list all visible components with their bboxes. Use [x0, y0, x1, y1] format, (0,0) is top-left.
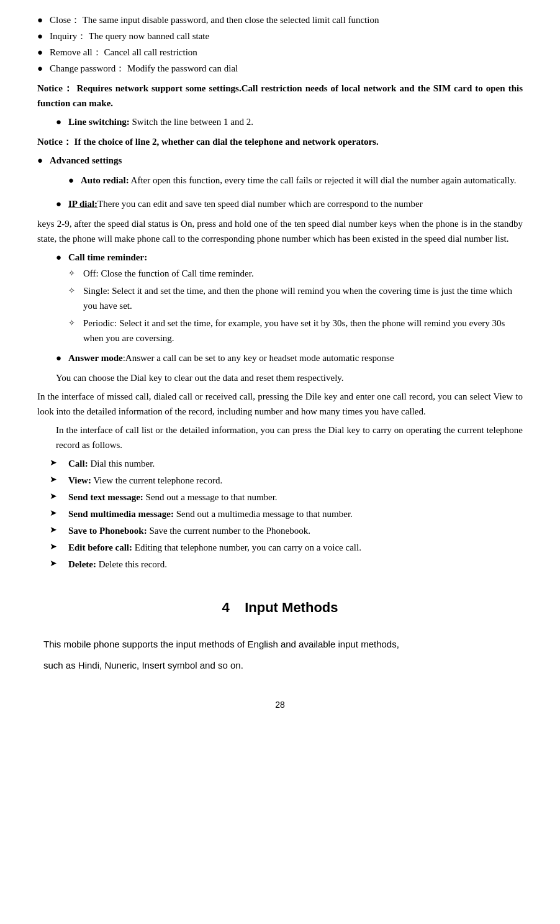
notice-2: Notice： If the choice of line 2, whether…	[37, 134, 523, 149]
para-dial-key1: You can choose the Dial key to clear out…	[56, 370, 523, 385]
arrow-view-bold: View:	[68, 475, 91, 485]
bullet-dot-change: ●	[37, 61, 46, 76]
bullet-auto-redial: ● Auto redial: After open this function,…	[68, 173, 523, 188]
bullet-auto-text: Auto redial: After open this function, e…	[81, 173, 523, 188]
arrow-send-multi-content: Send multimedia message: Send out a mult…	[68, 506, 353, 521]
auto-redial-bold: Auto redial:	[81, 175, 129, 185]
bullet-dot-inquiry: ●	[37, 29, 46, 43]
bullet-remove: ● Remove all： Cancel all call restrictio…	[37, 45, 523, 60]
bullet-advanced: ● Advanced settings	[37, 153, 523, 168]
bullet-answer-mode: ● Answer mode:Answer a call can be set t…	[56, 350, 523, 365]
diamond-single-text: Single: Select it and set the time, and …	[83, 283, 523, 313]
bullet-dot-answer: ●	[56, 350, 65, 365]
para-dial-key3: In the interface of call list or the det…	[56, 423, 523, 452]
arrow-view-rest: View the current telephone record.	[91, 475, 222, 485]
chapter-title: Input Methods	[245, 600, 338, 615]
arrow-save: ➤ Save to Phonebook: Save the current nu…	[50, 523, 523, 538]
arrow-edit-bold: Edit before call:	[68, 542, 132, 552]
bullet-dot-close: ●	[37, 12, 46, 27]
arrow-delete-icon: ➤	[50, 557, 62, 570]
ip-dial-label: IP dial:	[68, 199, 97, 209]
arrow-edit: ➤ Edit before call: Editing that telepho…	[50, 540, 523, 555]
arrow-send-multi-bold: Send multimedia message:	[68, 509, 174, 519]
diamond-off-text: Off: Close the function of Call time rem…	[83, 266, 254, 281]
diamond-off-icon: ✧	[68, 267, 78, 280]
diamond-off: ✧ Off: Close the function of Call time r…	[68, 266, 523, 281]
auto-redial-rest: After open this function, every time the…	[129, 175, 517, 185]
para-dial-key2: In the interface of missed call, dialed …	[37, 389, 523, 419]
bullet-inquiry-text: Inquiry： The query now banned call state	[50, 29, 523, 43]
arrow-send-multi: ➤ Send multimedia message: Send out a mu…	[50, 506, 523, 521]
bullet-dot-ip: ●	[56, 196, 65, 211]
bullet-advanced-text: Advanced settings	[50, 153, 523, 168]
bullet-ip-text: IP dial:There you can edit and save ten …	[68, 196, 523, 211]
bullet-line-text: Line switching: Switch the line between …	[68, 114, 523, 129]
bullet-close: ● Close： The same input disable password…	[37, 12, 523, 27]
diamond-periodic: ✧ Periodic: Select it and set the time, …	[68, 316, 523, 345]
arrow-send-text: ➤ Send text message: Send out a message …	[50, 490, 523, 505]
chapter-heading: 4 Input Methods	[37, 597, 523, 618]
arrow-edit-rest: Editing that telephone number, you can c…	[132, 542, 361, 552]
bullet-remove-text: Remove all： Cancel all call restriction	[50, 45, 523, 60]
arrow-call-icon: ➤	[50, 456, 62, 470]
ip-dial-rest: There you can edit and save ten speed di…	[97, 199, 423, 209]
bullet-dot-auto: ●	[68, 173, 77, 188]
arrow-call-bold: Call:	[68, 459, 88, 469]
arrow-delete-bold: Delete:	[68, 559, 96, 569]
bullet-line-switching: ● Line switching: Switch the line betwee…	[56, 114, 523, 129]
chapter-intro2: such as Hindi, Nuneric, Insert symbol an…	[43, 658, 523, 673]
arrow-view-icon: ➤	[50, 473, 62, 487]
arrow-save-bold: Save to Phonebook:	[68, 526, 147, 536]
diamond-periodic-icon: ✧	[68, 317, 78, 330]
bullet-close-text: Close： The same input disable password, …	[50, 12, 523, 27]
chapter-number: 4	[222, 600, 229, 615]
bullet-call-time: ● Call time reminder:	[56, 250, 523, 265]
arrow-save-icon: ➤	[50, 523, 62, 537]
bullet-dot-call-time: ●	[56, 250, 65, 265]
arrow-delete: ➤ Delete: Delete this record.	[50, 557, 523, 572]
arrow-call-rest: Dial this number.	[88, 459, 155, 469]
arrow-view: ➤ View: View the current telephone recor…	[50, 473, 523, 488]
arrow-send-text-icon: ➤	[50, 490, 62, 503]
notice-1-label: Notice：	[37, 83, 76, 93]
arrow-edit-content: Edit before call: Editing that telephone…	[68, 540, 361, 555]
line-switching-rest: Switch the line between 1 and 2.	[130, 117, 253, 127]
arrow-call: ➤ Call: Dial this number.	[50, 456, 523, 471]
arrow-call-text: Call: Dial this number.	[68, 456, 155, 471]
arrow-save-content: Save to Phonebook: Save the current numb…	[68, 523, 310, 538]
arrow-delete-rest: Delete this record.	[96, 559, 167, 569]
chapter-intro1: This mobile phone supports the input met…	[43, 637, 523, 652]
diamond-single: ✧ Single: Select it and set the time, an…	[68, 283, 523, 313]
line-switching-bold: Line switching:	[68, 117, 130, 127]
notice-1-text: Requires network support some settings.C…	[37, 83, 523, 108]
notice-2-label: Notice：	[37, 137, 72, 147]
arrow-send-multi-icon: ➤	[50, 506, 62, 520]
answer-mode-bold: Answer mode	[68, 353, 123, 363]
bullet-ip-dial: ● IP dial:There you can edit and save te…	[56, 196, 523, 211]
bullet-change-text: Change password： Modify the password can…	[50, 61, 523, 76]
arrow-view-text: View: View the current telephone record.	[68, 473, 222, 488]
bullet-inquiry: ● Inquiry： The query now banned call sta…	[37, 29, 523, 43]
arrow-edit-icon: ➤	[50, 540, 62, 554]
notice-2-text: If the choice of line 2, whether can dia…	[72, 137, 379, 147]
ip-dial-para2: keys 2-9, after the speed dial status is…	[37, 216, 523, 246]
diamond-single-icon: ✧	[68, 285, 78, 298]
bullet-dot-line: ●	[56, 114, 65, 129]
bullet-answer-text: Answer mode:Answer a call can be set to …	[68, 350, 523, 365]
bullet-change: ● Change password： Modify the password c…	[37, 61, 523, 76]
bullet-dot-advanced: ●	[37, 153, 46, 168]
arrow-send-multi-rest: Send out a multimedia message to that nu…	[174, 509, 353, 519]
arrow-send-text-content: Send text message: Send out a message to…	[68, 490, 278, 505]
page-number: 28	[37, 698, 523, 711]
arrow-delete-content: Delete: Delete this record.	[68, 557, 167, 572]
arrow-send-text-bold: Send text message:	[68, 492, 143, 502]
bullet-call-time-text: Call time reminder:	[68, 250, 523, 265]
diamond-periodic-text: Periodic: Select it and set the time, fo…	[83, 316, 523, 345]
arrow-send-text-rest: Send out a message to that number.	[143, 492, 278, 502]
arrow-save-rest: Save the current number to the Phonebook…	[147, 526, 310, 536]
answer-mode-rest: :Answer a call can be set to any key or …	[123, 353, 394, 363]
notice-1: Notice： Requires network support some se…	[37, 81, 523, 111]
bullet-dot-remove: ●	[37, 45, 46, 60]
